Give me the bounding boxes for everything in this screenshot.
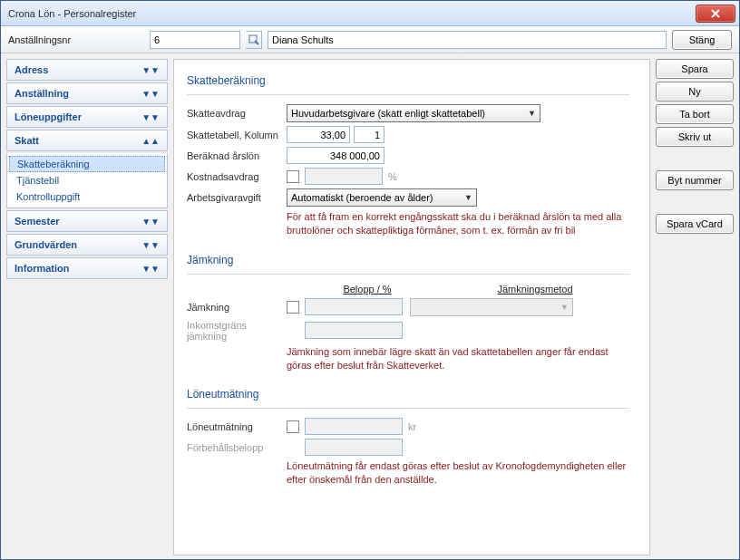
employee-number-label: Anställningsnr [8, 34, 144, 45]
nav-loneuppgifter[interactable]: Löneuppgifter ▼▼ [6, 106, 168, 128]
nav-skatt-submenu: Skatteberäkning Tjänstebil Kontrolluppgi… [6, 153, 168, 208]
window-close-button[interactable] [696, 5, 735, 23]
window-title: Crona Lön - Personalregister [8, 8, 696, 19]
print-button[interactable]: Skriv ut [656, 127, 734, 147]
chevron-down-icon: ▼▼ [141, 240, 160, 250]
inkomst-input [305, 322, 403, 339]
nav-item-tjanstebil[interactable]: Tjänstebil [7, 172, 167, 188]
employee-name-input[interactable] [268, 31, 667, 49]
dropdown-icon: ▼ [528, 109, 536, 118]
col-method: Jämkningsmetod [453, 284, 617, 294]
gap [656, 193, 734, 211]
arbetsgivar-label: Arbetsgivaravgift [187, 192, 287, 203]
kr-suffix: kr [408, 421, 416, 432]
nav-information[interactable]: Information ▼▼ [6, 257, 168, 279]
chevron-down-icon: ▼▼ [141, 89, 160, 99]
gap [656, 150, 734, 168]
skattetabell-input[interactable] [287, 126, 350, 143]
change-number-button[interactable]: Byt nummer [656, 170, 734, 190]
kostnad-label: Kostnadsavdrag [187, 171, 287, 182]
nav-skatt-label: Skatt [15, 135, 39, 146]
lookup-button[interactable] [246, 31, 262, 49]
close-button[interactable]: Stäng [672, 30, 732, 50]
nav-adress-label: Adress [15, 64, 48, 75]
nav-semester[interactable]: Semester ▼▼ [6, 210, 168, 232]
nav-skatt[interactable]: Skatt ▲▲ [6, 130, 168, 151]
body: Adress ▼▼ Anställning ▼▼ Löneuppgifter ▼… [1, 53, 739, 560]
kostnad-suffix: % [388, 171, 397, 182]
toolbar: Anställningsnr Stäng [1, 26, 739, 53]
jamkning-note: Jämkning som innebär lägre skatt än vad … [287, 345, 629, 372]
nav-loneuppgifter-label: Löneuppgifter [15, 111, 82, 122]
beraknad-label: Beräknad årslön [187, 150, 287, 161]
section-title-loneutmatning: Löneutmätning [187, 388, 629, 401]
col-belopp: Belopp / % [308, 284, 426, 294]
jamkning-belopp-input [305, 298, 403, 315]
nav-adress[interactable]: Adress ▼▼ [6, 59, 168, 81]
skatteavdrag-value: Huvudarbetsgivare (skatt enligt skatteta… [291, 108, 485, 119]
chevron-down-icon: ▼▼ [141, 65, 160, 75]
loneutmatning-input [305, 418, 403, 435]
jamkning-column-headers: Belopp / % Jämkningsmetod [308, 284, 629, 294]
nav-semester-label: Semester [15, 216, 60, 227]
section-title-jamkning: Jämkning [187, 254, 629, 266]
divider [187, 274, 629, 275]
loneutmatning-label: Löneutmätning [187, 421, 287, 432]
kostnad-input [305, 168, 383, 185]
jamkning-method-combo: ▼ [410, 298, 573, 316]
titlebar: Crona Lön - Personalregister [1, 1, 739, 26]
chevron-down-icon: ▼▼ [141, 112, 160, 122]
dropdown-icon: ▼ [560, 303, 569, 312]
delete-button[interactable]: Ta bort [656, 104, 734, 124]
arbetsgivar-combo[interactable]: Automatiskt (beroende av ålder) ▼ [287, 188, 477, 207]
chevron-up-icon: ▲▲ [141, 136, 160, 146]
loneutmatning-note: Löneutmätning får endast göras efter bes… [287, 459, 629, 487]
action-column: Spara Ny Ta bort Skriv ut Byt nummer Spa… [656, 59, 734, 555]
employee-number-input[interactable] [150, 31, 240, 49]
kolumn-input[interactable] [354, 126, 385, 143]
skatteavdrag-label: Skatteavdrag [187, 108, 287, 119]
nav-information-label: Information [15, 263, 70, 274]
inkomst-label: Inkomstgräns jämkning [187, 320, 287, 342]
close-icon [710, 9, 721, 18]
kostnad-checkbox[interactable] [287, 170, 299, 183]
save-vcard-button[interactable]: Spara vCard [656, 214, 734, 234]
skatteavdrag-combo[interactable]: Huvudarbetsgivare (skatt enligt skatteta… [287, 104, 540, 122]
sidebar: Adress ▼▼ Anställning ▼▼ Löneuppgifter ▼… [6, 59, 168, 555]
dropdown-icon: ▼ [464, 193, 472, 202]
jamkning-label: Jämkning [187, 302, 287, 313]
divider [187, 408, 629, 409]
svg-line-1 [255, 41, 258, 44]
beraknad-input[interactable] [287, 147, 385, 164]
skattetabell-label: Skattetabell, Kolumn [187, 130, 287, 140]
nav-anstallning-label: Anställning [15, 88, 69, 99]
jamkning-checkbox[interactable] [287, 301, 299, 314]
nav-grundvarden-label: Grundvärden [15, 239, 77, 250]
app-window: Crona Lön - Personalregister Anställning… [0, 0, 740, 560]
forbehall-label: Förbehållsbelopp [187, 442, 287, 453]
divider [187, 94, 629, 95]
chevron-down-icon: ▼▼ [141, 264, 160, 274]
save-button[interactable]: Spara [656, 59, 734, 79]
loneutmatning-checkbox[interactable] [287, 420, 299, 433]
main-panel: Skatteberäkning Skatteavdrag Huvudarbets… [173, 59, 650, 555]
lookup-icon [248, 34, 259, 45]
section-title-skatteberakning: Skatteberäkning [187, 74, 629, 87]
nav-item-skatteberakning[interactable]: Skatteberäkning [9, 156, 165, 172]
nav-item-kontrolluppgift[interactable]: Kontrolluppgift [7, 188, 167, 205]
nav-grundvarden[interactable]: Grundvärden ▼▼ [6, 234, 168, 256]
forbehall-input [305, 439, 403, 456]
nav-anstallning[interactable]: Anställning ▼▼ [6, 82, 168, 104]
arbetsgivar-value: Automatiskt (beroende av ålder) [291, 192, 433, 203]
skatteberakning-note: För att få fram en korrekt engångsskatt … [287, 210, 629, 237]
chevron-down-icon: ▼▼ [141, 217, 160, 227]
new-button[interactable]: Ny [656, 82, 734, 101]
